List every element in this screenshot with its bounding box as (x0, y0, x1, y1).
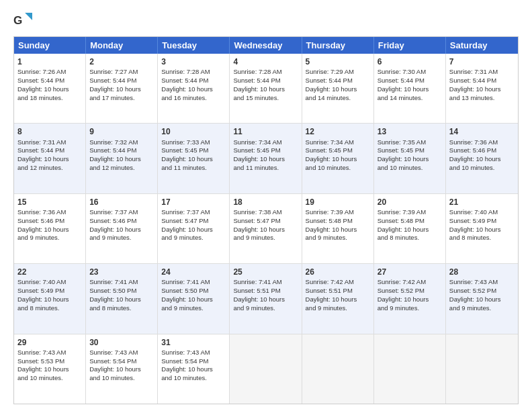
day-number: 26 (306, 267, 370, 277)
cal-cell: 4Sunrise: 7:28 AMSunset: 5:44 PMDaylight… (230, 54, 302, 123)
day-info-line: Sunset: 5:47 PM (161, 217, 226, 226)
day-info-line: Sunrise: 7:36 AM (449, 138, 515, 147)
day-info-line: and 12 minutes. (89, 164, 154, 173)
day-info-line: Daylight: 10 hours (89, 155, 154, 164)
day-info-line: Daylight: 10 hours (161, 365, 226, 374)
day-number: 12 (306, 126, 370, 137)
day-info-line: and 9 minutes. (233, 304, 298, 313)
day-info-line: and 10 minutes. (17, 374, 82, 383)
day-info-line: and 16 minutes. (161, 94, 226, 103)
day-info-line: Sunrise: 7:43 AM (17, 349, 82, 357)
calendar-header-row: SundayMondayTuesdayWednesdayThursdayFrid… (14, 37, 518, 54)
day-info-line: and 9 minutes. (161, 304, 226, 313)
day-number: 10 (161, 126, 226, 137)
day-info-line: and 15 minutes. (233, 94, 298, 103)
day-number: 5 (306, 56, 370, 67)
day-info-line: and 9 minutes. (306, 234, 370, 242)
day-info-line: and 10 minutes. (89, 374, 154, 383)
cal-cell: 31Sunrise: 7:43 AMSunset: 5:54 PMDayligh… (158, 334, 230, 404)
generalblue-logo-icon: G (13, 11, 32, 30)
day-info-line: Sunrise: 7:37 AM (161, 208, 226, 217)
day-info-line: Sunset: 5:44 PM (378, 77, 442, 85)
cal-cell: 16Sunrise: 7:37 AMSunset: 5:46 PMDayligh… (86, 194, 158, 263)
day-info-line: Daylight: 10 hours (378, 295, 442, 304)
day-info-line: Daylight: 10 hours (161, 85, 226, 94)
day-info-line: and 9 minutes. (233, 234, 298, 242)
day-info-line: Sunrise: 7:37 AM (89, 208, 154, 217)
day-info-line: Sunset: 5:52 PM (378, 287, 442, 295)
cal-row-5: 29Sunrise: 7:43 AMSunset: 5:53 PMDayligh… (14, 334, 518, 404)
cal-cell: 29Sunrise: 7:43 AMSunset: 5:53 PMDayligh… (14, 334, 86, 404)
day-number: 17 (161, 197, 226, 208)
day-info-line: Daylight: 10 hours (17, 295, 82, 304)
day-info-line: Sunrise: 7:39 AM (378, 208, 442, 217)
day-number: 22 (17, 267, 82, 277)
day-info-line: Sunset: 5:54 PM (161, 357, 226, 366)
day-info-line: Sunrise: 7:41 AM (161, 278, 226, 287)
cal-row-2: 8Sunrise: 7:31 AMSunset: 5:44 PMDaylight… (14, 124, 518, 193)
day-info-line: Sunset: 5:46 PM (17, 217, 82, 226)
day-info-line: Sunset: 5:44 PM (161, 77, 226, 85)
cal-cell (302, 334, 374, 404)
cal-header-thursday: Thursday (302, 37, 374, 54)
day-info-line: Daylight: 10 hours (306, 85, 370, 94)
day-info-line: Daylight: 10 hours (378, 85, 442, 94)
day-info-line: and 17 minutes. (89, 94, 154, 103)
day-info-line: Daylight: 10 hours (233, 85, 298, 94)
day-info-line: and 9 minutes. (161, 234, 226, 242)
day-info-line: Sunset: 5:50 PM (89, 287, 154, 295)
day-info-line: and 10 minutes. (161, 374, 226, 383)
cal-cell: 3Sunrise: 7:28 AMSunset: 5:44 PMDaylight… (158, 54, 230, 123)
day-info-line: Daylight: 10 hours (161, 155, 226, 164)
cal-cell: 2Sunrise: 7:27 AMSunset: 5:44 PMDaylight… (86, 54, 158, 123)
day-number: 21 (449, 197, 515, 208)
day-info-line: Daylight: 10 hours (89, 85, 154, 94)
day-number: 30 (89, 337, 154, 348)
day-info-line: Sunset: 5:44 PM (17, 146, 82, 155)
day-info-line: Daylight: 10 hours (17, 226, 82, 234)
day-info-line: Sunset: 5:45 PM (233, 146, 298, 155)
day-number: 14 (449, 126, 515, 137)
cal-cell (374, 334, 446, 404)
cal-row-3: 15Sunrise: 7:36 AMSunset: 5:46 PMDayligh… (14, 194, 518, 264)
day-info-line: Sunrise: 7:39 AM (306, 208, 370, 217)
day-info-line: and 9 minutes. (89, 234, 154, 242)
cal-header-tuesday: Tuesday (158, 37, 230, 54)
cal-cell (446, 334, 518, 404)
day-info-line: and 9 minutes. (306, 304, 370, 313)
day-number: 9 (89, 126, 154, 137)
day-info-line: and 10 minutes. (306, 164, 370, 173)
day-info-line: Sunset: 5:44 PM (17, 77, 82, 85)
day-info-line: Daylight: 10 hours (161, 226, 226, 234)
day-info-line: Daylight: 10 hours (17, 365, 82, 374)
day-info-line: Daylight: 10 hours (233, 226, 298, 234)
day-info-line: Sunrise: 7:41 AM (233, 278, 298, 287)
day-number: 7 (449, 56, 515, 67)
day-info-line: Sunrise: 7:26 AM (17, 68, 82, 77)
day-info-line: and 8 minutes. (89, 304, 154, 313)
day-info-line: Daylight: 10 hours (449, 85, 515, 94)
page: G SundayMondayTuesdayWednesdayThursdayFr… (0, 0, 532, 411)
day-info-line: Daylight: 10 hours (449, 226, 515, 234)
day-number: 13 (378, 126, 442, 137)
day-info-line: Sunset: 5:44 PM (233, 77, 298, 85)
day-info-line: Daylight: 10 hours (89, 226, 154, 234)
day-info-line: Daylight: 10 hours (449, 155, 515, 164)
cal-cell: 8Sunrise: 7:31 AMSunset: 5:44 PMDaylight… (14, 124, 86, 193)
day-info-line: Daylight: 10 hours (89, 365, 154, 374)
day-info-line: Daylight: 10 hours (378, 155, 442, 164)
day-info-line: Sunset: 5:48 PM (378, 217, 442, 226)
cal-header-wednesday: Wednesday (230, 37, 302, 54)
day-info-line: and 14 minutes. (306, 94, 370, 103)
cal-cell: 10Sunrise: 7:33 AMSunset: 5:45 PMDayligh… (158, 124, 230, 193)
cal-cell: 12Sunrise: 7:34 AMSunset: 5:45 PMDayligh… (302, 124, 374, 193)
day-info-line: Sunrise: 7:43 AM (449, 278, 515, 287)
cal-row-1: 1Sunrise: 7:26 AMSunset: 5:44 PMDaylight… (14, 54, 518, 124)
day-info-line: Daylight: 10 hours (306, 226, 370, 234)
day-info-line: and 11 minutes. (161, 164, 226, 173)
day-info-line: Sunrise: 7:42 AM (378, 278, 442, 287)
cal-cell: 28Sunrise: 7:43 AMSunset: 5:52 PMDayligh… (446, 264, 518, 333)
day-info-line: Sunrise: 7:31 AM (17, 138, 82, 147)
day-info-line: Daylight: 10 hours (378, 226, 442, 234)
day-info-line: Sunset: 5:46 PM (89, 217, 154, 226)
